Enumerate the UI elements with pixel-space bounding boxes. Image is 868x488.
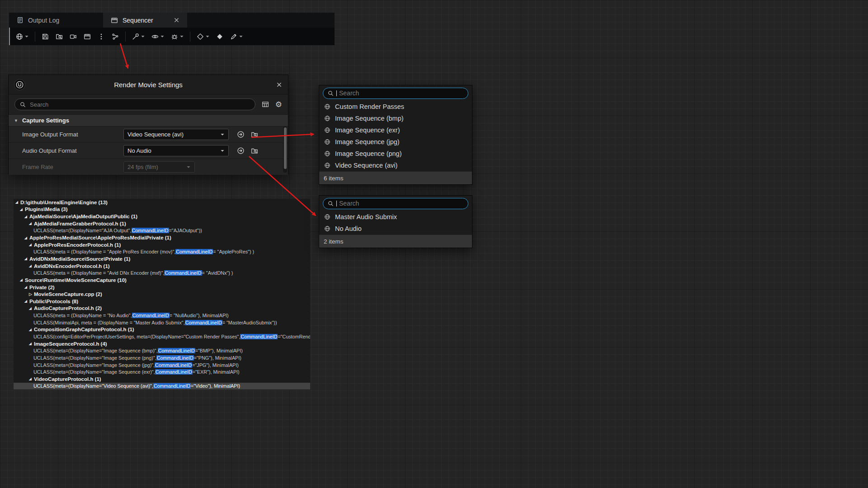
dialog-title: Render Movie Settings xyxy=(9,81,288,89)
hierarchy-button[interactable] xyxy=(110,31,121,42)
expander-open-icon[interactable]: ◢ xyxy=(15,200,20,204)
find-result-node[interactable]: ◢AppleProResMedia\Source\AppleProResMedi… xyxy=(14,234,310,241)
render-movie-settings-dialog: Render Movie Settings Search ⚙ ▼ Capture… xyxy=(8,75,288,174)
tab-sequencer[interactable]: Sequencer xyxy=(103,13,187,28)
expander-open-icon[interactable]: ◢ xyxy=(29,306,34,310)
camera-button[interactable] xyxy=(68,31,79,42)
clapperboard-button[interactable] xyxy=(82,31,93,42)
section-label: Capture Settings xyxy=(22,117,69,124)
find-result-line[interactable]: UCLASS(meta=(DisplayName="Image Sequence… xyxy=(14,368,310,375)
find-result-node[interactable]: ◢Plugins\Media (3) xyxy=(14,206,310,213)
search-match-highlight: CommandLineID xyxy=(175,249,213,254)
browse-asset-icon[interactable] xyxy=(250,131,259,139)
find-result-node[interactable]: ◢AudioCaptureProtocol.h (2) xyxy=(14,305,310,312)
find-result-line[interactable]: UCLASS(meta=(DisplayName="Image Sequence… xyxy=(14,354,310,361)
popup-search-input[interactable]: Search xyxy=(323,88,468,99)
setting-label: Frame Rate xyxy=(9,164,123,170)
popup-item-label: Image Sequence (jpg) xyxy=(335,138,400,145)
image-output-format-dropdown[interactable]: Video Sequence (avi) xyxy=(123,129,229,140)
eye-icon xyxy=(151,33,159,41)
find-result-node[interactable]: ◢Private (2) xyxy=(14,284,310,291)
keyframe-button[interactable] xyxy=(214,31,225,42)
pen-button[interactable] xyxy=(228,31,245,42)
class-icon xyxy=(324,127,331,134)
dots-vertical-button[interactable] xyxy=(96,31,107,42)
audio-output-format-dropdown[interactable]: No Audio xyxy=(123,145,229,156)
find-result-node[interactable]: ◢VideoCaptureProtocol.h (1) xyxy=(14,375,310,383)
find-result-line[interactable]: UCLASS(meta=(DisplayName="Video Sequence… xyxy=(14,383,310,390)
expander-open-icon[interactable]: ◢ xyxy=(24,236,29,240)
keyframe-icon xyxy=(216,33,224,41)
search-match-highlight: CommandLineID xyxy=(240,334,278,339)
hierarchy-icon xyxy=(111,33,119,41)
find-results-panel: ◢D:\github\UnrealEngine\Engine (13)◢Plug… xyxy=(14,199,310,390)
popup-item-list: Custom Render PassesImage Sequence (bmp)… xyxy=(319,101,472,171)
close-dialog-icon[interactable] xyxy=(276,81,283,88)
find-result-node[interactable]: ◢Public\Protocols (8) xyxy=(14,298,310,305)
expander-open-icon[interactable]: ◢ xyxy=(20,207,25,211)
bug-button[interactable] xyxy=(169,31,185,42)
settings-gear-icon[interactable]: ⚙ xyxy=(275,101,282,108)
popup-item[interactable]: No Audio xyxy=(319,223,472,235)
eye-button[interactable] xyxy=(150,31,166,42)
dialog-title-bar: Render Movie Settings xyxy=(9,75,288,94)
expander-open-icon[interactable]: ◢ xyxy=(24,257,29,261)
search-match-highlight: CommandLineID xyxy=(158,348,195,353)
find-result-node[interactable]: ◢AvidDNxEncoderProtocol.h (1) xyxy=(14,263,310,270)
find-result-line[interactable]: UCLASS(meta=(DisplayName="Image Sequence… xyxy=(14,347,310,354)
expander-open-icon[interactable]: ◢ xyxy=(29,221,34,225)
scrollbar-thumb[interactable] xyxy=(284,127,287,169)
browse-asset-icon[interactable] xyxy=(250,147,259,155)
find-result-node[interactable]: ◢AvidDNxMedia\Source\Source\Private (1) xyxy=(14,255,310,263)
find-result-line[interactable]: UCLASS(meta = (DisplayName = "Avid DNx E… xyxy=(14,269,310,277)
find-result-line[interactable]: UCLASS(meta = (DisplayName = "No Audio",… xyxy=(14,312,310,319)
close-tab-icon[interactable] xyxy=(173,17,180,23)
find-result-node[interactable]: ◢AppleProResEncoderProtocol.h (1) xyxy=(14,241,310,249)
find-result-line[interactable]: UCLASS(MinimalApi, meta = (DisplayName =… xyxy=(14,319,310,326)
expander-open-icon[interactable]: ◢ xyxy=(24,285,29,289)
use-selected-asset-icon[interactable] xyxy=(236,146,245,155)
find-result-node[interactable]: ◢D:\github\UnrealEngine\Engine (13) xyxy=(14,199,310,206)
popup-item[interactable]: Image Sequence (png) xyxy=(319,148,472,160)
save-button[interactable] xyxy=(40,31,51,42)
popup-item[interactable]: Master Audio Submix xyxy=(319,211,472,223)
expander-open-icon[interactable]: ◢ xyxy=(20,278,25,282)
popup-item[interactable]: Image Sequence (jpg) xyxy=(319,136,472,148)
popup-item[interactable]: Video Sequence (avi) xyxy=(319,160,472,171)
popup-item[interactable]: Custom Render Passes xyxy=(319,101,472,113)
folder-find-button[interactable] xyxy=(54,31,65,42)
tab-output-log[interactable]: Output Log xyxy=(9,13,100,28)
diamond-button[interactable] xyxy=(195,31,211,42)
expander-open-icon[interactable]: ◢ xyxy=(24,299,29,303)
use-selected-asset-icon[interactable] xyxy=(236,130,245,139)
find-result-line[interactable]: UCLASS(meta = (DisplayName = "Apple ProR… xyxy=(14,248,310,255)
find-result-line[interactable]: UCLASS(config=EditorPerProjectUserSettin… xyxy=(14,333,310,340)
output-log-icon xyxy=(16,16,24,24)
settings-search-input[interactable]: Search xyxy=(14,99,255,110)
find-result-node[interactable]: ◢CompositionGraphCaptureProtocol.h (1) xyxy=(14,326,310,333)
capture-settings-header[interactable]: ▼ Capture Settings xyxy=(9,114,288,126)
column-view-icon[interactable] xyxy=(261,100,269,108)
expander-open-icon[interactable]: ◢ xyxy=(29,377,34,381)
wrench-button[interactable] xyxy=(130,31,146,42)
find-result-node[interactable]: ◢AjaMediaFrameGrabberProtocol.h (1) xyxy=(14,220,310,227)
expander-closed-icon[interactable]: ▷ xyxy=(29,292,34,296)
globe-button[interactable] xyxy=(14,31,30,42)
find-result-node[interactable]: ◢AjaMedia\Source\AjaMediaOutput\Public (… xyxy=(14,213,310,220)
expander-open-icon[interactable]: ◢ xyxy=(29,328,34,332)
expander-open-icon[interactable]: ◢ xyxy=(29,264,34,268)
popup-search-input[interactable]: Search xyxy=(323,198,468,209)
find-result-node[interactable]: ◢Source\Runtime\MovieSceneCapture (10) xyxy=(14,277,310,284)
expander-open-icon[interactable]: ◢ xyxy=(24,215,29,219)
find-result-node[interactable]: ▷MovieSceneCapture.cpp (2) xyxy=(14,291,310,298)
expander-open-icon[interactable]: ◢ xyxy=(29,243,34,247)
search-match-highlight: CommandLineID xyxy=(132,313,170,318)
find-result-node[interactable]: ◢ImageSequenceProtocol.h (4) xyxy=(14,340,310,347)
popup-item[interactable]: Image Sequence (bmp) xyxy=(319,113,472,124)
popup-item[interactable]: Image Sequence (exr) xyxy=(319,124,472,136)
expander-open-icon[interactable]: ◢ xyxy=(29,342,34,346)
find-result-line[interactable]: UCLASS(meta=(DisplayName="AJA Output", C… xyxy=(14,227,310,235)
find-result-line[interactable]: UCLASS(meta=(DisplayName="Image Sequence… xyxy=(14,361,310,369)
scrollbar-track[interactable] xyxy=(283,127,287,173)
diamond-icon xyxy=(196,33,204,41)
